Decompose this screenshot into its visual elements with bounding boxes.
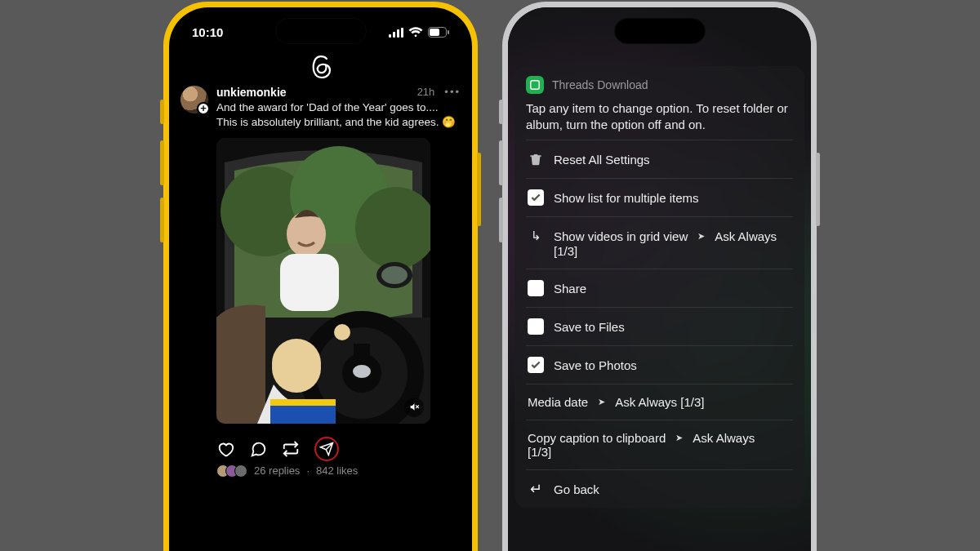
row-save-files[interactable]: Save to Files xyxy=(526,307,793,345)
post-video[interactable] xyxy=(216,138,430,424)
sheet-description: Tap any item to change option. To reset … xyxy=(526,100,793,140)
avatar[interactable]: + xyxy=(180,86,208,113)
row-label: Save to Photos xyxy=(554,358,637,372)
threads-logo-icon[interactable] xyxy=(310,55,332,79)
share-icon[interactable] xyxy=(314,437,339,461)
video-thumbnail-illustration xyxy=(216,138,430,424)
dynamic-island xyxy=(276,19,366,43)
row-count: [1/3] xyxy=(528,244,791,258)
comment-icon[interactable] xyxy=(249,440,267,458)
row-count: [1/3] xyxy=(528,445,791,459)
checkbox-checked-icon xyxy=(528,189,544,206)
row-value: Ask Always xyxy=(715,229,777,243)
sheet-app-name: Threads Download xyxy=(552,78,648,91)
row-value: Ask Always [1/3] xyxy=(615,395,704,409)
row-value: Ask Always xyxy=(693,431,755,445)
row-label: Copy caption to clipboard xyxy=(528,431,666,445)
stats-sep: · xyxy=(306,464,310,477)
post-actions xyxy=(180,429,461,464)
wifi-icon xyxy=(408,27,423,38)
mute-icon[interactable] xyxy=(404,398,424,417)
svg-point-11 xyxy=(287,211,326,257)
screen-right: 10:11 Threads Download Tap any item to c… xyxy=(508,7,811,552)
row-label: Save to Files xyxy=(554,320,625,334)
svg-rect-23 xyxy=(270,399,336,406)
row-label: Go back xyxy=(554,482,599,496)
row-show-list[interactable]: Show list for multiple items xyxy=(526,178,793,216)
checkbox-unchecked-icon xyxy=(528,280,544,296)
row-label: Show videos in grid view xyxy=(554,229,688,243)
app-header xyxy=(169,50,472,86)
row-copy-caption[interactable]: Copy caption to clipboard ➤ Ask Always [… xyxy=(526,420,793,469)
post-age: 21h xyxy=(417,86,435,98)
svg-rect-12 xyxy=(280,254,339,311)
chevron-icon: ➤ xyxy=(675,433,683,443)
trash-icon xyxy=(528,151,544,167)
replier-avatars xyxy=(216,464,247,478)
repost-icon[interactable] xyxy=(282,440,300,458)
svg-rect-1 xyxy=(393,32,395,38)
phone-right: 10:11 Threads Download Tap any item to c… xyxy=(502,2,817,552)
row-media-date[interactable]: Media date ➤ Ask Always [1/3] xyxy=(526,384,793,420)
post-text: And the award for 'Dad of the Year' goes… xyxy=(216,100,461,130)
cellular-icon xyxy=(389,28,403,38)
chevron-icon: ➤ xyxy=(598,397,605,407)
like-icon[interactable] xyxy=(216,440,234,458)
subarrow-icon: ↳ xyxy=(528,228,544,244)
svg-rect-6 xyxy=(448,30,449,34)
return-icon: ↵ xyxy=(528,481,544,497)
status-time: 10:10 xyxy=(192,25,223,39)
post-more-icon[interactable]: ••• xyxy=(444,86,461,98)
svg-point-14 xyxy=(381,266,408,284)
screen-left: 10:10 + unkiemonkie xyxy=(169,7,472,552)
row-reset-settings[interactable]: Reset All Settings xyxy=(526,140,793,178)
follow-plus-icon[interactable]: + xyxy=(197,102,210,115)
dynamic-island xyxy=(615,19,705,43)
post-stats[interactable]: 26 replies · 842 likes xyxy=(180,464,461,478)
svg-point-18 xyxy=(353,365,371,378)
row-label: Media date xyxy=(528,395,588,409)
options-sheet: Threads Download Tap any item to change … xyxy=(514,66,804,509)
replies-count: 26 replies xyxy=(254,464,300,477)
row-go-back[interactable]: ↵ Go back xyxy=(526,469,793,508)
svg-rect-19 xyxy=(354,344,370,358)
svg-rect-34 xyxy=(531,80,540,89)
row-save-photos[interactable]: Save to Photos xyxy=(526,345,793,384)
row-label: Show list for multiple items xyxy=(554,191,699,205)
row-label: Reset All Settings xyxy=(554,153,650,167)
likes-count: 842 likes xyxy=(316,464,358,477)
shortcut-app-icon xyxy=(526,76,544,94)
svg-point-24 xyxy=(334,324,350,340)
row-share[interactable]: Share xyxy=(526,269,793,307)
row-label: Share xyxy=(554,282,586,295)
row-grid-view[interactable]: ↳ Show videos in grid view ➤ Ask Always … xyxy=(526,216,793,269)
svg-rect-3 xyxy=(401,28,403,38)
chevron-icon: ➤ xyxy=(697,231,705,242)
svg-rect-2 xyxy=(397,29,399,38)
post: + unkiemonkie 21h ••• And the award for … xyxy=(169,86,472,478)
svg-rect-5 xyxy=(430,29,439,36)
svg-rect-22 xyxy=(270,404,336,424)
battery-icon xyxy=(428,27,449,38)
phone-left: 10:10 + unkiemonkie xyxy=(163,2,478,552)
sheet-header: Threads Download xyxy=(526,74,793,100)
post-username[interactable]: unkiemonkie xyxy=(216,86,287,99)
checkbox-unchecked-icon xyxy=(528,318,544,335)
checkbox-checked-icon xyxy=(528,357,544,373)
svg-rect-0 xyxy=(389,34,391,38)
